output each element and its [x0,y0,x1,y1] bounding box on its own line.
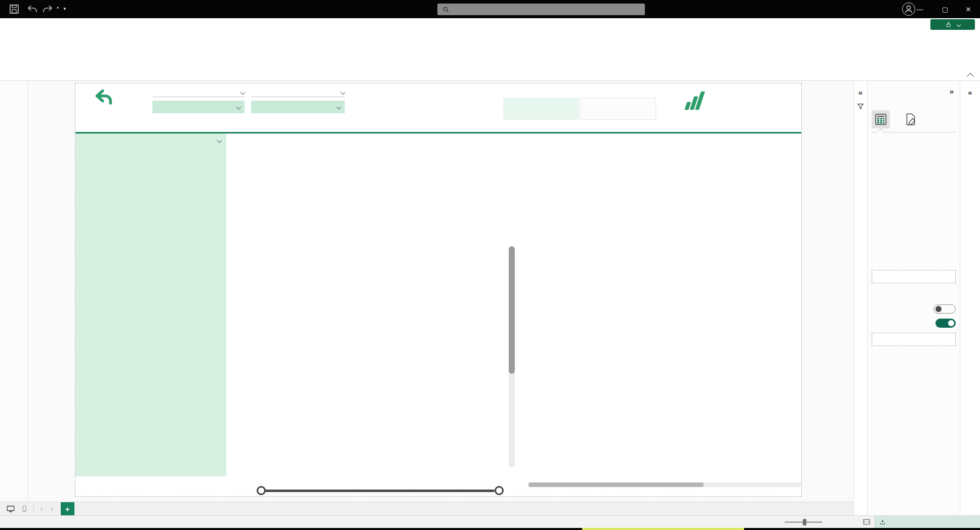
share-button[interactable] [930,19,975,30]
previous-page-icon[interactable]: ‹ [39,505,44,513]
fecha-filter [152,91,244,113]
redo-icon[interactable] [42,3,54,15]
measure-selector-panel [75,134,226,476]
chevron-down-icon[interactable] [240,90,246,95]
search-icon [442,6,450,13]
range-slider-left-handle[interactable] [257,486,266,495]
new-page-button[interactable]: + [61,502,74,515]
desktop-layout-icon[interactable] [6,504,15,513]
update-available-button[interactable] [875,516,980,528]
status-bar [0,515,980,528]
filters-pane-collapsed[interactable]: « [853,81,867,515]
expand-filters-icon[interactable]: « [854,88,867,97]
minimize-button[interactable]: — [908,0,931,18]
save-icon[interactable] [8,3,20,15]
document-title[interactable]: • ▾ [57,5,66,12]
aseguradoras-filter [251,91,345,113]
next-page-icon[interactable]: › [49,505,54,513]
back-arrow-icon [94,87,114,108]
zoom-slider-thumb[interactable] [803,519,806,525]
filter-icon [854,103,867,111]
axis-range-slider[interactable] [261,490,495,492]
chart-scrollbar[interactable] [509,246,515,468]
matrix-horizontal-scrollbar[interactable] [528,482,802,487]
aseguradoras-dropdown[interactable] [251,101,345,113]
title-bar: • ▾ — ▢ ✕ [0,0,980,18]
taskbar-sliver [582,528,744,530]
matrix-visual [528,187,802,192]
fecha-dropdown[interactable] [152,101,244,113]
ribbon [0,30,980,81]
download-icon [879,519,886,525]
mobile-layout-icon[interactable] [20,505,28,513]
share-icon [946,21,952,28]
page-tab-bar: ‹ › + [0,502,853,515]
data-pane-collapsed[interactable]: « [960,81,980,515]
grupos-aseguradoras-button[interactable] [580,98,656,120]
chevron-down-icon[interactable] [341,90,346,95]
visualizations-pane: » [867,81,960,515]
powerbi-desktop-window: • ▾ — ▢ ✕ [0,0,980,530]
maximize-button[interactable]: ▢ [933,0,957,18]
expand-data-icon[interactable]: « [960,88,980,97]
close-button[interactable]: ✕ [957,0,980,18]
report-page [75,83,802,497]
menu-bar [0,18,980,30]
fit-to-page-icon[interactable] [863,518,871,526]
empresas-aseguradoras-button[interactable] [503,98,579,120]
keep-all-filters-toggle[interactable] [935,319,956,328]
zoom-slider[interactable] [785,521,822,523]
title-caret-icon: ▾ [64,6,66,11]
view-rail [0,81,28,515]
format-visual-tab[interactable] [901,110,919,128]
values-field-well[interactable] [872,270,956,283]
datax-logo-icon [683,90,709,112]
range-slider-right-handle[interactable] [495,486,504,495]
search-input[interactable] [437,4,645,15]
expand-visualizations-icon[interactable]: » [950,87,954,96]
build-visual-tab[interactable] [872,110,890,128]
datax-shaf-logo [683,90,713,112]
chevron-down-icon[interactable] [217,138,222,143]
drill-through-field-well[interactable] [872,333,956,346]
undo-icon[interactable] [26,3,38,15]
cross-report-toggle[interactable] [933,304,956,314]
